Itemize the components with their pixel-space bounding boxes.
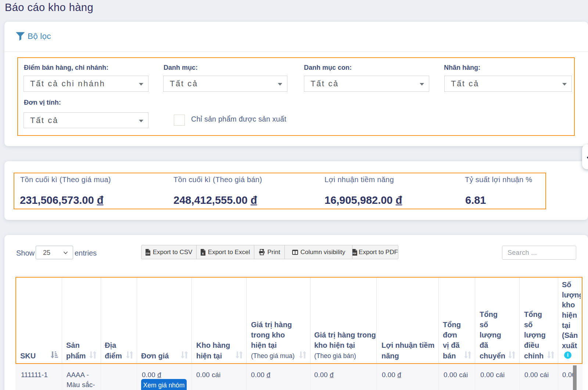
svg-text:x: x <box>202 252 204 255</box>
svg-text:PDF: PDF <box>353 252 356 254</box>
svg-text:CSV: CSV <box>146 252 150 254</box>
